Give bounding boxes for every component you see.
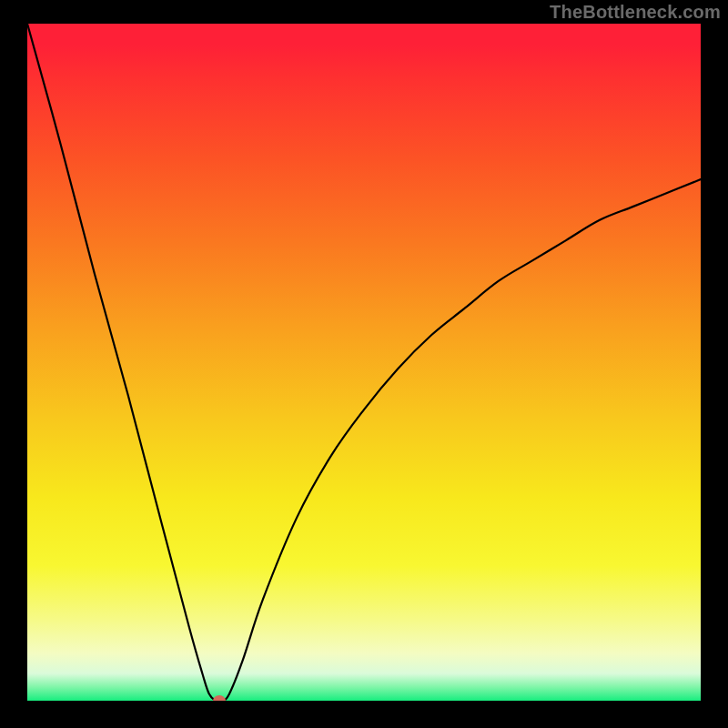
- bottleneck-curve: [27, 24, 701, 701]
- watermark-text: TheBottleneck.com: [550, 2, 721, 23]
- curve-svg: [27, 24, 701, 701]
- plot-area: [27, 24, 701, 701]
- minimum-marker: [213, 695, 226, 701]
- chart-frame: TheBottleneck.com: [0, 0, 728, 728]
